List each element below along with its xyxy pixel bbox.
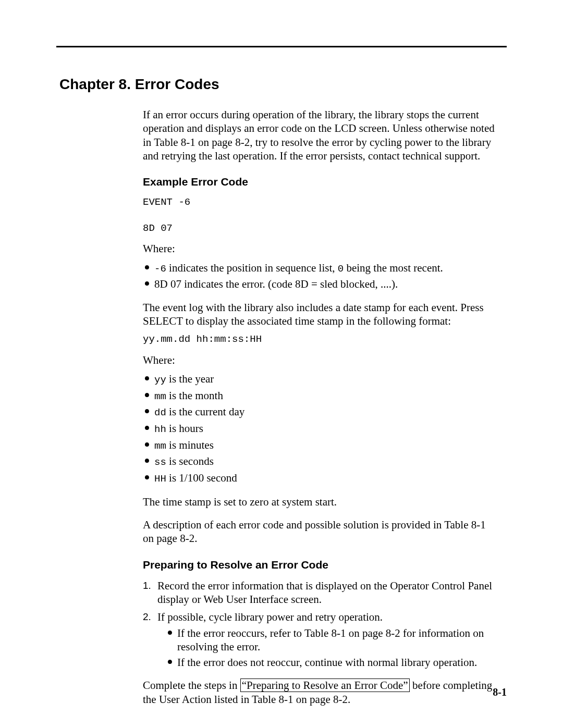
ts-text-min: is minutes <box>166 439 214 451</box>
step-1: Record the error information that is dis… <box>143 579 496 607</box>
code-line-2: 8D 07 <box>143 223 173 234</box>
top-rule <box>56 46 507 47</box>
body-column: If an error occurs during operation of t… <box>143 108 496 706</box>
intro-paragraph: If an error occurs during operation of t… <box>143 108 496 163</box>
where-label-2: Where: <box>143 353 496 367</box>
page-number: 8-1 <box>493 686 507 699</box>
step-2: If possible, cycle library power and ret… <box>143 610 496 669</box>
ts-code-HH: HH <box>154 473 166 485</box>
preparing-cross-ref-link[interactable]: “Preparing to Resolve an Error Code” <box>240 678 410 692</box>
where-label-1: Where: <box>143 242 496 255</box>
ts-text-hh: is hours <box>166 422 203 435</box>
step-2-text: If possible, cycle library power and ret… <box>157 611 383 623</box>
bullet-1-text: indicates the position in sequence list, <box>166 262 338 274</box>
ts-text-dd: is the current day <box>166 405 244 418</box>
step-2-sub-bullets: If the error reoccurs, refer to Table 8-… <box>166 626 496 670</box>
ts-code-ss: ss <box>154 456 166 468</box>
closing-before: Complete the steps in <box>143 679 240 692</box>
page: Chapter 8. Error Codes If an error occur… <box>0 0 563 728</box>
code-line-1: EVENT -6 <box>143 196 190 208</box>
ts-text-mm: is the month <box>166 389 223 402</box>
bullet-2: 8D 07 indicates the error. (code 8D = sl… <box>143 277 496 291</box>
step-2-sub-1: If the error reoccurs, refer to Table 8-… <box>166 626 496 654</box>
preparing-steps: Record the error information that is dis… <box>143 579 496 670</box>
closing-paragraph: Complete the steps in “Preparing to Reso… <box>143 678 496 706</box>
ts-bullet-HH: HH is 1/100 second <box>143 471 496 486</box>
event-log-paragraph: The event log with the library also incl… <box>143 301 496 328</box>
bullet-1: -6 indicates the position in sequence li… <box>143 261 496 276</box>
ts-bullet-yy: yy is the year <box>143 372 496 387</box>
ts-text-yy: is the year <box>166 373 214 385</box>
ts-text-HH: is 1/100 second <box>166 472 237 484</box>
ts-bullet-ss: ss is seconds <box>143 454 496 469</box>
timestamp-format-code: yy.mm.dd hh:mm:ss:HH <box>143 333 496 346</box>
ts-code-hh: hh <box>154 424 166 435</box>
ts-bullet-min: mm is minutes <box>143 438 496 453</box>
ts-bullet-mm: mm is the month <box>143 389 496 403</box>
ts-code-mm: mm <box>154 391 166 402</box>
bullet-1-code2: 0 <box>338 263 344 275</box>
bullet-1-code: -6 <box>154 263 166 275</box>
step-2-sub-2: If the error does not reoccur, continue … <box>166 656 496 669</box>
section-heading-example: Example Error Code <box>143 175 496 189</box>
chapter-title: Chapter 8. Error Codes <box>59 46 507 93</box>
ts-bullet-dd: dd is the current day <box>143 405 496 419</box>
ts-text-ss: is seconds <box>166 455 214 467</box>
ts-code-min: mm <box>154 440 166 452</box>
description-paragraph: A description of each error code and pos… <box>143 518 496 546</box>
bullet-1-tail: being the most recent. <box>344 262 443 274</box>
where-bullets-1: -6 indicates the position in sequence li… <box>143 261 496 291</box>
ts-bullet-hh: hh is hours <box>143 422 496 436</box>
ts-code-yy: yy <box>154 374 166 386</box>
ts-code-dd: dd <box>154 407 166 418</box>
where-bullets-2: yy is the year mm is the month dd is the… <box>143 372 496 486</box>
example-code-block: EVENT -6 8D 07 <box>143 196 496 235</box>
section-heading-preparing: Preparing to Resolve an Error Code <box>143 558 496 572</box>
timestamp-reset-paragraph: The time stamp is set to zero at system … <box>143 495 496 509</box>
